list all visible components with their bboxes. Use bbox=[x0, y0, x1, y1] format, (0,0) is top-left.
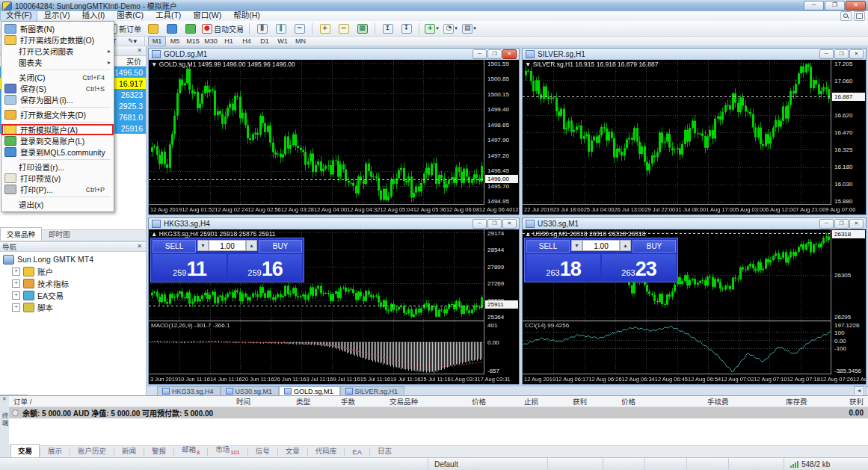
navigator-item-技术指标[interactable]: +技术指标 bbox=[0, 277, 146, 289]
new-window-icon[interactable] bbox=[854, 11, 865, 21]
periods-dropdown-button[interactable]: ◔▾ bbox=[441, 22, 460, 36]
file-menu-item-v[interactable]: 打印预览(v) bbox=[1, 173, 114, 184]
buy-price[interactable]: 26323 bbox=[602, 254, 676, 280]
navigator-item-EA交易[interactable]: +EA交易 bbox=[0, 289, 146, 301]
volume-stepper[interactable]: ▾1.00▴ bbox=[197, 240, 257, 251]
zoom-in-button[interactable]: + bbox=[316, 22, 334, 36]
expand-icon[interactable]: + bbox=[12, 279, 20, 288]
chart-close-button[interactable]: ✕ bbox=[502, 219, 517, 229]
chart-body[interactable]: ▼ SILVER.sg,H1 16.915 16.918 16.879 16.8… bbox=[523, 60, 866, 214]
profile-cell[interactable]: Default bbox=[428, 458, 548, 470]
chart-body[interactable]: ▲ HKG33.sg,H4 25901 25918 25875 25911MAC… bbox=[149, 229, 519, 384]
draw-tool-button[interactable]: ✎▾ bbox=[123, 36, 141, 46]
sell-price[interactable]: 26318 bbox=[526, 254, 600, 280]
volume-increase-button[interactable]: ▴ bbox=[246, 240, 257, 251]
terminal-tab-账户历史[interactable]: 账户历史 bbox=[70, 444, 114, 458]
volume-decrease-button[interactable]: ▾ bbox=[197, 240, 209, 251]
terminal-tab-日志[interactable]: 日志 bbox=[370, 444, 399, 458]
column-6[interactable]: 止损 bbox=[520, 396, 568, 406]
maximize-button[interactable]: ❐ bbox=[825, 1, 845, 10]
menu-F[interactable]: 文件(F) bbox=[0, 10, 37, 22]
chart-window-titlebar[interactable]: HKG33.sg,H4─❐✕ bbox=[149, 218, 519, 229]
terminal-tab-EA[interactable]: EA bbox=[345, 446, 369, 458]
chart-minimize-button[interactable]: ─ bbox=[473, 219, 487, 229]
timeframe-D1[interactable]: D1 bbox=[256, 36, 274, 46]
volume-increase-button[interactable]: ▴ bbox=[620, 240, 631, 251]
timeframe-M5[interactable]: M5 bbox=[166, 36, 184, 46]
tab-交易品种[interactable]: 交易品种 bbox=[0, 227, 42, 241]
menu-V[interactable]: 显示(V) bbox=[37, 10, 76, 20]
buy-price[interactable]: 25916 bbox=[228, 254, 302, 280]
file-menu-item-N[interactable]: 新图表(N) bbox=[1, 23, 114, 34]
timeframe-M15[interactable]: M15 bbox=[184, 36, 202, 46]
file-menu-item-C[interactable]: 关闭(C)Ctrl+F4 bbox=[1, 72, 114, 83]
chart-window-titlebar[interactable]: SILVER.sg,H1─❐✕ bbox=[523, 49, 866, 60]
column-3[interactable]: 手数 bbox=[336, 396, 385, 406]
file-menu-item-[interactable]: 打开已关闭图表▸ bbox=[1, 46, 114, 57]
column-11[interactable]: 获利 bbox=[845, 396, 868, 406]
timeframe-H4[interactable]: H4 bbox=[238, 36, 256, 46]
terminal-tab-信号[interactable]: 信号 bbox=[248, 444, 277, 458]
navigator-root[interactable]: Sun Long GMTK MT4 bbox=[0, 253, 146, 265]
expand-icon[interactable]: + bbox=[12, 303, 20, 312]
chart-body[interactable]: ▲ US30.sg,M1 26318 26318 26318 26318CCI(… bbox=[523, 229, 866, 384]
terminal-tab-警报[interactable]: 警报 bbox=[144, 444, 173, 458]
menu-I[interactable]: 插入(I) bbox=[76, 10, 111, 20]
file-menu-item-r[interactable]: 打印设置(r)... bbox=[1, 161, 114, 173]
bar-chart-button[interactable]: ⫼ bbox=[253, 22, 271, 36]
menu-W[interactable]: 窗口(W) bbox=[187, 10, 227, 20]
column-4[interactable]: 交易品种 bbox=[385, 396, 467, 406]
line-chart-button[interactable]: ~ bbox=[290, 22, 309, 36]
sell-button[interactable]: SELL bbox=[526, 240, 570, 253]
file-menu-item-A[interactable]: 开新模拟账户(A) bbox=[1, 124, 114, 135]
market-watch-close-icon[interactable]: ✕ bbox=[135, 47, 144, 55]
community-button[interactable] bbox=[162, 22, 181, 36]
sell-price[interactable]: 25911 bbox=[153, 254, 227, 280]
column-0[interactable]: 订单 / bbox=[9, 396, 232, 406]
terminal-tab-展示[interactable]: 展示 bbox=[40, 444, 70, 458]
terminal-tab-邮箱[interactable]: 邮箱8 bbox=[174, 442, 207, 458]
timeframe-M30[interactable]: M30 bbox=[202, 36, 220, 46]
file-menu-item-L[interactable]: 登录到交易账户(L) bbox=[1, 135, 114, 146]
terminal-tab-代码库[interactable]: 代码库 bbox=[308, 444, 345, 458]
chart-minimize-button[interactable]: ─ bbox=[819, 49, 834, 59]
chart-window-titlebar[interactable]: GOLD.sg,M1─❐✕ bbox=[149, 49, 519, 60]
chart-body[interactable]: ▼ GOLD.sg,M1 1495.99 1496.00 1495.96 149… bbox=[149, 60, 519, 214]
file-menu-item-O[interactable]: 打开离线历史数据(O) bbox=[1, 34, 114, 46]
web-button[interactable] bbox=[181, 22, 200, 36]
candlestick-button[interactable]: ‖ bbox=[271, 22, 290, 36]
price-chart-canvas[interactable] bbox=[523, 60, 831, 205]
expand-icon[interactable]: + bbox=[12, 291, 20, 300]
menu-C[interactable]: 图表(C) bbox=[111, 10, 150, 20]
search-icon[interactable] bbox=[840, 11, 852, 21]
indicators-list-button[interactable]: ↥ bbox=[378, 22, 397, 36]
chart-close-button[interactable]: ✕ bbox=[502, 49, 517, 59]
chart-restore-button[interactable]: ❐ bbox=[834, 219, 849, 229]
file-menu-item-S[interactable]: 保存(S)Ctrl+S bbox=[1, 83, 114, 94]
column-9[interactable]: 手续费 bbox=[703, 396, 781, 406]
timeframe-H1[interactable]: H1 bbox=[220, 36, 238, 46]
zoom-out-button[interactable]: − bbox=[334, 22, 353, 36]
chart-minimize-button[interactable]: ─ bbox=[473, 49, 487, 59]
indicator-canvas[interactable] bbox=[149, 321, 484, 374]
volume-decrease-button[interactable]: ▾ bbox=[571, 240, 582, 251]
profiles-button[interactable] bbox=[144, 22, 162, 36]
chart-minimize-button[interactable]: ─ bbox=[819, 219, 834, 229]
chart-window-titlebar[interactable]: US30.sg,M1─❐✕ bbox=[523, 218, 866, 229]
chart-restore-button[interactable]: ❐ bbox=[487, 219, 502, 229]
add-indicator-button[interactable]: +▾ bbox=[422, 22, 441, 36]
menu-H[interactable]: 帮助(H) bbox=[227, 10, 266, 20]
volume-stepper[interactable]: ▾1.00▴ bbox=[571, 240, 631, 251]
file-menu-item-i[interactable]: 保存为图片(i)... bbox=[1, 94, 114, 105]
terminal-close-icon[interactable]: ✕ bbox=[2, 396, 7, 402]
timeframe-W1[interactable]: W1 bbox=[274, 36, 292, 46]
column-1[interactable]: 时间 bbox=[232, 396, 292, 406]
column-8[interactable]: 价格 bbox=[617, 396, 703, 406]
sell-button[interactable]: SELL bbox=[153, 240, 196, 253]
chart-restore-button[interactable]: ❐ bbox=[834, 49, 849, 59]
terminal-tab-市场[interactable]: 市场101 bbox=[208, 442, 247, 458]
timeframe-M1[interactable]: M1 bbox=[148, 36, 166, 46]
column-7[interactable]: 获利 bbox=[568, 396, 617, 406]
column-5[interactable]: 价格 bbox=[467, 396, 520, 406]
terminal-tab-新闻[interactable]: 新闻 bbox=[114, 444, 144, 458]
